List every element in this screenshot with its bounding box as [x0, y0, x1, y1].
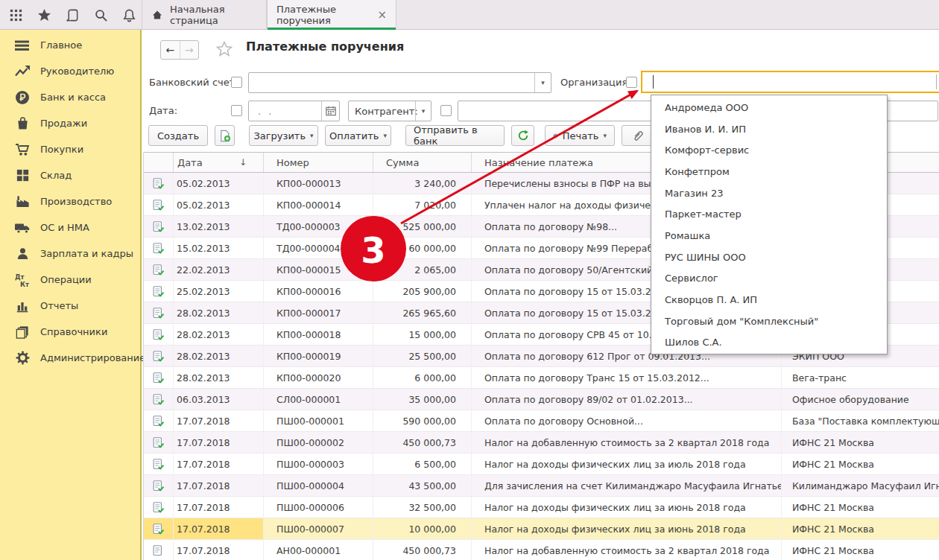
cell-number[interactable]: КП00-000013	[264, 173, 373, 194]
tab-payment-orders[interactable]: Платежные поручения ×	[267, 0, 396, 30]
dropdown-item[interactable]: РУС ШИНЫ ООО	[651, 246, 887, 268]
cell-purpose[interactable]: Налог на доходы физических лиц за июнь 2…	[472, 497, 782, 518]
cell-number[interactable]: ТД00-000003	[264, 216, 373, 237]
sidebar-item-main[interactable]: Главное	[0, 32, 140, 58]
attachments-button[interactable]	[622, 125, 654, 146]
cell-purpose[interactable]: Налог на добавленную стоимость за 2 квар…	[472, 432, 782, 453]
bank-account-input[interactable]: ▾	[248, 72, 551, 93]
cell-date[interactable]: 17.07.2018	[174, 410, 264, 431]
cell-number[interactable]: КП00-000018	[264, 324, 373, 345]
create-button[interactable]: Создать	[148, 125, 208, 146]
add-to-favorites-star-icon[interactable]	[216, 41, 233, 57]
dropdown-item[interactable]: Паркет-мастер	[651, 203, 887, 225]
cell-sum[interactable]: 35 000,00	[373, 389, 472, 410]
dropdown-item[interactable]: Скворцов П. А. ИП	[651, 289, 887, 311]
cell-sum[interactable]: 450 000,73	[373, 432, 472, 453]
sidebar-item-sales[interactable]: Продажи	[0, 110, 140, 136]
table-row[interactable]: 17.07.2018 ПШ00-000007 10 000,00 Налог н…	[144, 518, 939, 540]
cell-number[interactable]: ПШ00-000002	[264, 432, 373, 453]
notifications-icon[interactable]	[122, 8, 136, 22]
date-input[interactable]: . .	[248, 101, 340, 121]
cell-number[interactable]: КП00-000016	[264, 281, 373, 302]
cell-number[interactable]: КП00-000019	[264, 346, 373, 366]
cell-sum[interactable]: 60 000,00	[373, 238, 472, 258]
chevron-down-icon[interactable]: ▾	[534, 73, 551, 92]
cell-date[interactable]: 17.07.2018	[174, 540, 264, 560]
cell-sum[interactable]: 7 020,00	[373, 194, 472, 215]
dropdown-item[interactable]: Торговый дом "Комплексный"	[651, 311, 887, 332]
dropdown-item[interactable]: Шилов С.А.	[651, 332, 887, 354]
dropdown-item[interactable]: Ромашка	[651, 225, 887, 246]
sidebar-item-fixed-assets[interactable]: ОС и НМА	[0, 214, 140, 241]
cell-date[interactable]: 28.02.2013	[174, 346, 264, 366]
date-checkbox[interactable]	[231, 105, 242, 116]
print-button[interactable]: Печать▾	[545, 125, 615, 146]
tab-home-page[interactable]: Начальная страница	[142, 0, 267, 30]
cell-number[interactable]: КП00-000020	[264, 367, 373, 388]
counterparty-selector[interactable]: Контрагент: ▾	[348, 101, 431, 121]
cell-counterparty[interactable]: Офисное оборудование	[782, 389, 939, 410]
sidebar-item-warehouse[interactable]: Склад	[0, 162, 140, 188]
cell-date[interactable]: 05.02.2013	[174, 194, 264, 215]
table-row[interactable]: 17.07.2018 ПШ00-000002 450 000,73 Налог …	[144, 432, 939, 454]
cell-date[interactable]: 17.07.2018	[174, 432, 264, 453]
refresh-button[interactable]	[511, 125, 534, 146]
search-icon[interactable]	[94, 8, 108, 22]
cell-sum[interactable]: 25 500,00	[373, 346, 472, 366]
sidebar-item-administration[interactable]: Администрирование	[0, 345, 140, 371]
cell-sum[interactable]: 6 000,00	[373, 367, 472, 388]
cell-sum[interactable]: 450 000,73	[373, 540, 472, 560]
cell-purpose[interactable]: Налог на доходы физических лиц за июнь 2…	[472, 518, 782, 539]
favorites-icon[interactable]	[37, 8, 51, 22]
cell-counterparty[interactable]: ИФНС 21 Москва	[782, 454, 939, 474]
bank-account-checkbox[interactable]	[231, 77, 242, 88]
cell-date[interactable]: 28.02.2013	[174, 367, 264, 388]
cell-date[interactable]: 17.07.2018	[174, 497, 264, 518]
cell-counterparty[interactable]: Вега-транс	[782, 367, 939, 388]
cell-purpose[interactable]: Налог на доходы физических лиц за июль 2…	[472, 454, 782, 474]
table-row[interactable]: 17.07.2018 АН00-000001 450 000,73 Налог …	[144, 540, 939, 560]
cell-number[interactable]: ПШ00-000003	[264, 454, 373, 474]
tab-close-icon[interactable]: ×	[377, 10, 387, 21]
sidebar-item-salary-hr[interactable]: Зарплата и кадры	[0, 241, 140, 267]
sidebar-item-operations[interactable]: ДтКт Операции	[0, 267, 140, 293]
table-row[interactable]: 06.03.2013 СЛ00-000001 35 000,00 Оплата …	[144, 389, 939, 410]
table-row[interactable]: 28.02.2013 КП00-000020 6 000,00 Оплата п…	[144, 367, 939, 389]
cell-date[interactable]: 17.07.2018	[174, 475, 264, 496]
table-row[interactable]: 17.07.2018 ПШ00-000004 43 500,00 Для зач…	[144, 475, 939, 497]
header-sum[interactable]: Сумма	[373, 153, 472, 172]
forward-button[interactable]: →	[180, 41, 199, 59]
cell-number[interactable]: КП00-000014	[264, 194, 373, 215]
sidebar-item-manager[interactable]: Руководителю	[0, 58, 140, 84]
cell-purpose[interactable]: Оплата по договору Транс 15 от 15.03.201…	[472, 367, 782, 388]
cell-sum[interactable]: 205 900,00	[373, 281, 472, 302]
cell-sum[interactable]: 10 000,00	[373, 518, 472, 539]
cell-counterparty[interactable]: ИФНС 21 Москва	[782, 540, 939, 560]
cell-sum[interactable]: 6 500,00	[373, 454, 472, 474]
cell-date[interactable]: 05.02.2013	[174, 173, 264, 194]
cell-purpose[interactable]: Оплата по договору Основной...	[472, 410, 782, 431]
cell-sum[interactable]: 15 000,00	[373, 324, 472, 345]
cell-number[interactable]: ПШ00-000004	[264, 475, 373, 496]
cell-date[interactable]: 06.03.2013	[174, 389, 264, 410]
cell-purpose[interactable]: Налог на добавленную стоимость за 2 квар…	[472, 540, 782, 560]
cell-purpose[interactable]: Оплата по договору 89/02 от 01.02.2013..…	[472, 389, 782, 410]
cell-date[interactable]: 28.02.2013	[174, 302, 264, 323]
cell-number[interactable]: КП00-000015	[264, 259, 373, 280]
cell-date[interactable]: 17.07.2018	[174, 454, 264, 474]
cell-sum[interactable]: 43 500,00	[373, 475, 472, 496]
cell-sum[interactable]: 590 000,00	[373, 410, 472, 431]
back-button[interactable]: ←	[161, 41, 180, 59]
dropdown-item[interactable]: Комфорт-сервис	[651, 139, 887, 161]
cell-counterparty[interactable]: ИФНС 21 Москва	[782, 497, 939, 518]
new-copy-button[interactable]	[215, 125, 235, 146]
sidebar-item-bank-cash[interactable]: Банк и касса	[0, 84, 140, 110]
cell-number[interactable]: ПШ00-000006	[264, 497, 373, 518]
cell-number[interactable]: КП00-000017	[264, 302, 373, 323]
sidebar-item-purchases[interactable]: Покупки	[0, 136, 140, 162]
cell-date[interactable]: 22.02.2013	[174, 259, 264, 280]
chevron-down-icon[interactable]: ▾	[415, 101, 431, 121]
cell-date[interactable]: 28.02.2013	[174, 324, 264, 345]
cell-date[interactable]: 13.02.2013	[174, 216, 264, 237]
cell-counterparty[interactable]: ИФНС 21 Москва	[782, 518, 939, 539]
